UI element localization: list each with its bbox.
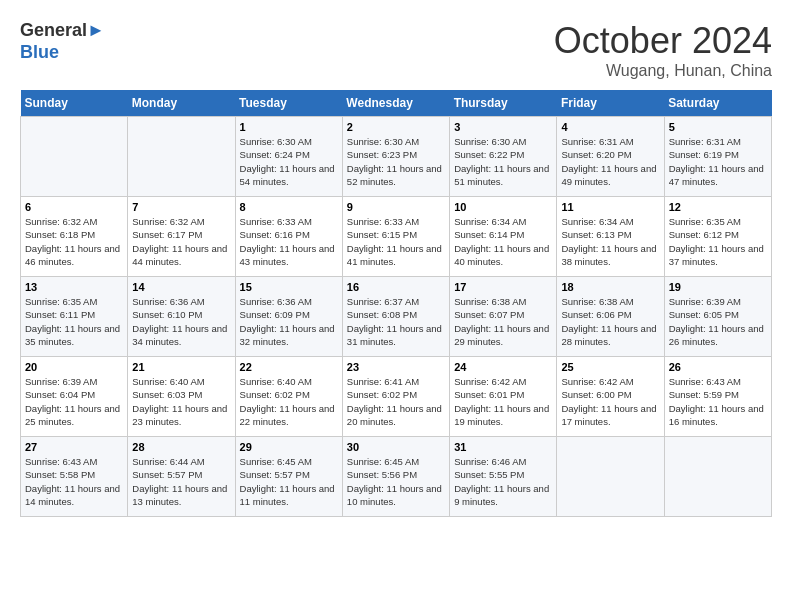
calendar-week-row: 13Sunrise: 6:35 AM Sunset: 6:11 PM Dayli… xyxy=(21,277,772,357)
day-info: Sunrise: 6:38 AM Sunset: 6:07 PM Dayligh… xyxy=(454,295,552,348)
page-header: General► Blue October 2024 Wugang, Hunan… xyxy=(20,20,772,80)
calendar-cell xyxy=(557,437,664,517)
logo-blue: Blue xyxy=(20,42,59,62)
calendar-header-row: SundayMondayTuesdayWednesdayThursdayFrid… xyxy=(21,90,772,117)
day-number: 8 xyxy=(240,201,338,213)
calendar-cell: 8Sunrise: 6:33 AM Sunset: 6:16 PM Daylig… xyxy=(235,197,342,277)
day-number: 4 xyxy=(561,121,659,133)
day-number: 15 xyxy=(240,281,338,293)
day-info: Sunrise: 6:36 AM Sunset: 6:09 PM Dayligh… xyxy=(240,295,338,348)
calendar-cell: 31Sunrise: 6:46 AM Sunset: 5:55 PM Dayli… xyxy=(450,437,557,517)
calendar-cell: 12Sunrise: 6:35 AM Sunset: 6:12 PM Dayli… xyxy=(664,197,771,277)
day-number: 22 xyxy=(240,361,338,373)
day-info: Sunrise: 6:34 AM Sunset: 6:14 PM Dayligh… xyxy=(454,215,552,268)
calendar-cell: 1Sunrise: 6:30 AM Sunset: 6:24 PM Daylig… xyxy=(235,117,342,197)
calendar-cell: 18Sunrise: 6:38 AM Sunset: 6:06 PM Dayli… xyxy=(557,277,664,357)
calendar-day-header: Thursday xyxy=(450,90,557,117)
day-number: 27 xyxy=(25,441,123,453)
location: Wugang, Hunan, China xyxy=(554,62,772,80)
calendar-cell: 15Sunrise: 6:36 AM Sunset: 6:09 PM Dayli… xyxy=(235,277,342,357)
day-number: 24 xyxy=(454,361,552,373)
day-number: 11 xyxy=(561,201,659,213)
day-info: Sunrise: 6:42 AM Sunset: 6:00 PM Dayligh… xyxy=(561,375,659,428)
day-info: Sunrise: 6:43 AM Sunset: 5:59 PM Dayligh… xyxy=(669,375,767,428)
day-info: Sunrise: 6:31 AM Sunset: 6:19 PM Dayligh… xyxy=(669,135,767,188)
day-info: Sunrise: 6:45 AM Sunset: 5:57 PM Dayligh… xyxy=(240,455,338,508)
calendar-body: 1Sunrise: 6:30 AM Sunset: 6:24 PM Daylig… xyxy=(21,117,772,517)
day-number: 18 xyxy=(561,281,659,293)
calendar-day-header: Sunday xyxy=(21,90,128,117)
day-number: 26 xyxy=(669,361,767,373)
day-number: 13 xyxy=(25,281,123,293)
day-info: Sunrise: 6:38 AM Sunset: 6:06 PM Dayligh… xyxy=(561,295,659,348)
day-info: Sunrise: 6:31 AM Sunset: 6:20 PM Dayligh… xyxy=(561,135,659,188)
day-number: 10 xyxy=(454,201,552,213)
day-info: Sunrise: 6:34 AM Sunset: 6:13 PM Dayligh… xyxy=(561,215,659,268)
calendar-cell: 24Sunrise: 6:42 AM Sunset: 6:01 PM Dayli… xyxy=(450,357,557,437)
day-number: 20 xyxy=(25,361,123,373)
day-info: Sunrise: 6:42 AM Sunset: 6:01 PM Dayligh… xyxy=(454,375,552,428)
calendar-cell: 6Sunrise: 6:32 AM Sunset: 6:18 PM Daylig… xyxy=(21,197,128,277)
day-info: Sunrise: 6:39 AM Sunset: 6:05 PM Dayligh… xyxy=(669,295,767,348)
day-info: Sunrise: 6:33 AM Sunset: 6:15 PM Dayligh… xyxy=(347,215,445,268)
day-number: 28 xyxy=(132,441,230,453)
calendar-cell: 2Sunrise: 6:30 AM Sunset: 6:23 PM Daylig… xyxy=(342,117,449,197)
logo-icon-triangle: ► xyxy=(87,20,105,40)
day-number: 7 xyxy=(132,201,230,213)
logo-general: General xyxy=(20,20,87,40)
day-info: Sunrise: 6:30 AM Sunset: 6:23 PM Dayligh… xyxy=(347,135,445,188)
day-number: 29 xyxy=(240,441,338,453)
calendar-cell: 5Sunrise: 6:31 AM Sunset: 6:19 PM Daylig… xyxy=(664,117,771,197)
title-block: October 2024 Wugang, Hunan, China xyxy=(554,20,772,80)
day-info: Sunrise: 6:44 AM Sunset: 5:57 PM Dayligh… xyxy=(132,455,230,508)
calendar-day-header: Friday xyxy=(557,90,664,117)
day-info: Sunrise: 6:32 AM Sunset: 6:17 PM Dayligh… xyxy=(132,215,230,268)
day-info: Sunrise: 6:32 AM Sunset: 6:18 PM Dayligh… xyxy=(25,215,123,268)
calendar-day-header: Saturday xyxy=(664,90,771,117)
calendar-cell: 10Sunrise: 6:34 AM Sunset: 6:14 PM Dayli… xyxy=(450,197,557,277)
day-number: 5 xyxy=(669,121,767,133)
day-number: 6 xyxy=(25,201,123,213)
day-number: 1 xyxy=(240,121,338,133)
calendar-week-row: 20Sunrise: 6:39 AM Sunset: 6:04 PM Dayli… xyxy=(21,357,772,437)
day-number: 3 xyxy=(454,121,552,133)
calendar-cell: 4Sunrise: 6:31 AM Sunset: 6:20 PM Daylig… xyxy=(557,117,664,197)
calendar-cell: 3Sunrise: 6:30 AM Sunset: 6:22 PM Daylig… xyxy=(450,117,557,197)
calendar-day-header: Wednesday xyxy=(342,90,449,117)
calendar-day-header: Tuesday xyxy=(235,90,342,117)
calendar-cell: 29Sunrise: 6:45 AM Sunset: 5:57 PM Dayli… xyxy=(235,437,342,517)
calendar-week-row: 1Sunrise: 6:30 AM Sunset: 6:24 PM Daylig… xyxy=(21,117,772,197)
calendar-week-row: 27Sunrise: 6:43 AM Sunset: 5:58 PM Dayli… xyxy=(21,437,772,517)
calendar-cell xyxy=(21,117,128,197)
day-info: Sunrise: 6:41 AM Sunset: 6:02 PM Dayligh… xyxy=(347,375,445,428)
day-number: 12 xyxy=(669,201,767,213)
calendar-cell: 20Sunrise: 6:39 AM Sunset: 6:04 PM Dayli… xyxy=(21,357,128,437)
calendar-cell: 7Sunrise: 6:32 AM Sunset: 6:17 PM Daylig… xyxy=(128,197,235,277)
calendar-cell: 16Sunrise: 6:37 AM Sunset: 6:08 PM Dayli… xyxy=(342,277,449,357)
day-number: 23 xyxy=(347,361,445,373)
day-info: Sunrise: 6:33 AM Sunset: 6:16 PM Dayligh… xyxy=(240,215,338,268)
day-number: 14 xyxy=(132,281,230,293)
calendar-cell: 25Sunrise: 6:42 AM Sunset: 6:00 PM Dayli… xyxy=(557,357,664,437)
day-info: Sunrise: 6:35 AM Sunset: 6:12 PM Dayligh… xyxy=(669,215,767,268)
calendar-cell: 26Sunrise: 6:43 AM Sunset: 5:59 PM Dayli… xyxy=(664,357,771,437)
calendar-cell: 28Sunrise: 6:44 AM Sunset: 5:57 PM Dayli… xyxy=(128,437,235,517)
calendar-week-row: 6Sunrise: 6:32 AM Sunset: 6:18 PM Daylig… xyxy=(21,197,772,277)
calendar-cell xyxy=(664,437,771,517)
day-info: Sunrise: 6:37 AM Sunset: 6:08 PM Dayligh… xyxy=(347,295,445,348)
day-info: Sunrise: 6:30 AM Sunset: 6:22 PM Dayligh… xyxy=(454,135,552,188)
calendar-cell xyxy=(128,117,235,197)
day-info: Sunrise: 6:30 AM Sunset: 6:24 PM Dayligh… xyxy=(240,135,338,188)
calendar-cell: 11Sunrise: 6:34 AM Sunset: 6:13 PM Dayli… xyxy=(557,197,664,277)
day-info: Sunrise: 6:45 AM Sunset: 5:56 PM Dayligh… xyxy=(347,455,445,508)
day-info: Sunrise: 6:46 AM Sunset: 5:55 PM Dayligh… xyxy=(454,455,552,508)
day-info: Sunrise: 6:39 AM Sunset: 6:04 PM Dayligh… xyxy=(25,375,123,428)
day-number: 30 xyxy=(347,441,445,453)
calendar-cell: 22Sunrise: 6:40 AM Sunset: 6:02 PM Dayli… xyxy=(235,357,342,437)
day-info: Sunrise: 6:36 AM Sunset: 6:10 PM Dayligh… xyxy=(132,295,230,348)
day-number: 17 xyxy=(454,281,552,293)
calendar-cell: 9Sunrise: 6:33 AM Sunset: 6:15 PM Daylig… xyxy=(342,197,449,277)
day-number: 9 xyxy=(347,201,445,213)
calendar-cell: 30Sunrise: 6:45 AM Sunset: 5:56 PM Dayli… xyxy=(342,437,449,517)
calendar-cell: 19Sunrise: 6:39 AM Sunset: 6:05 PM Dayli… xyxy=(664,277,771,357)
